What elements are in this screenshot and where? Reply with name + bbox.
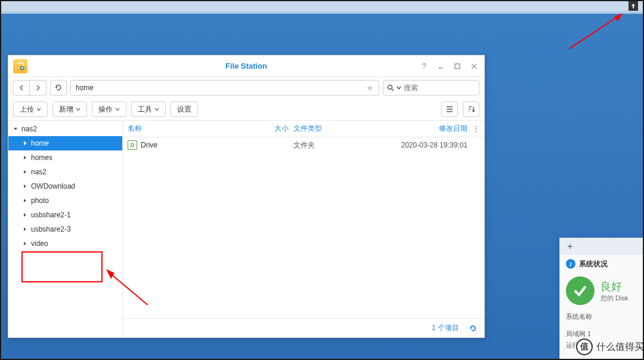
svg-line-9 xyxy=(392,89,394,91)
item-count: 1 个项目 xyxy=(432,323,459,333)
tree-item-label: photo xyxy=(31,196,49,205)
upload-label: 上传 xyxy=(20,104,34,115)
col-name-header[interactable]: 名称 xyxy=(123,124,258,134)
refresh-button[interactable] xyxy=(50,80,67,96)
chevron-down-icon xyxy=(76,107,80,112)
tree-toggle-icon[interactable] xyxy=(21,168,29,176)
file-type: 文件夹 xyxy=(293,140,377,150)
close-button[interactable] xyxy=(469,61,479,72)
tools-label: 工具 xyxy=(138,104,152,115)
nav-forward-button[interactable] xyxy=(30,80,47,96)
column-options-icon[interactable]: ⋮ xyxy=(472,125,479,133)
widget-header: i 系统状况 xyxy=(560,255,644,273)
tree-toggle-icon[interactable] xyxy=(21,140,29,147)
health-status-label: 良好 xyxy=(600,279,628,294)
col-type-header[interactable]: 文件类型 xyxy=(293,124,377,134)
path-box[interactable]: ★ xyxy=(70,80,379,96)
chevron-down-icon xyxy=(36,107,41,112)
search-icon xyxy=(387,84,394,91)
info-icon: i xyxy=(566,259,575,269)
action-button[interactable]: 操作 xyxy=(92,101,126,117)
watermark: 值 什么值得买 xyxy=(576,339,644,355)
col-size-header[interactable]: 大小 xyxy=(258,124,293,134)
tree-item-label: video xyxy=(31,239,48,248)
chevron-down-icon[interactable] xyxy=(397,84,401,91)
check-circle-icon xyxy=(566,276,595,305)
taskbar xyxy=(0,0,644,12)
col-date-header[interactable]: 修改日期 xyxy=(377,124,472,134)
tree-item-homes[interactable]: homes xyxy=(8,150,122,165)
tree-toggle-icon[interactable] xyxy=(21,183,29,190)
tree-item-photo[interactable]: photo xyxy=(8,193,122,208)
tree-item-label: usbshare2-1 xyxy=(31,211,71,219)
file-list: D Drive 文件夹 2020-03-28 19:39:01 xyxy=(123,137,484,318)
column-header-row: 名称 大小 文件类型 修改日期 ⋮ xyxy=(123,121,484,137)
tree-toggle-icon[interactable] xyxy=(21,197,29,204)
tree-toggle-icon[interactable] xyxy=(21,240,29,247)
tree-item-label: OWDownload xyxy=(31,182,75,190)
widget-tabs: + xyxy=(560,238,644,255)
tree-item-owdownload[interactable]: OWDownload xyxy=(8,179,122,193)
svg-point-2 xyxy=(20,66,24,70)
navbar: ★ xyxy=(8,77,484,99)
file-station-window: File Station ? ★ 上传 新增 操作 工具 设置 xyxy=(8,55,485,338)
widget-title: 系统状况 xyxy=(579,259,608,269)
tree-root[interactable]: nas2 xyxy=(8,122,122,136)
path-input[interactable] xyxy=(76,84,366,92)
health-sub-label: 您的 Disk xyxy=(600,294,628,303)
folder-tree: nas2 home homes nas2 OWDownload photo xyxy=(8,121,123,337)
tree-toggle-icon[interactable] xyxy=(12,125,19,133)
toolbar: 上传 新增 操作 工具 设置 xyxy=(8,99,484,120)
view-list-button[interactable] xyxy=(441,101,458,117)
upload-button[interactable]: 上传 xyxy=(13,101,48,117)
upload-indicator-icon[interactable] xyxy=(628,1,638,11)
folder-drive-icon: D xyxy=(128,140,137,150)
tree-item-label: nas2 xyxy=(31,168,47,176)
minimize-button[interactable] xyxy=(435,61,446,72)
watermark-text: 什么值得买 xyxy=(596,341,644,353)
create-label: 新增 xyxy=(59,104,73,115)
tree-root-label: nas2 xyxy=(21,125,37,133)
svg-marker-1 xyxy=(614,13,623,21)
tree-item-video[interactable]: video xyxy=(8,236,122,251)
file-list-panel: 名称 大小 文件类型 修改日期 ⋮ D Drive 文件夹 2020-03-28… xyxy=(123,121,484,337)
tree-item-label: usbshare2-3 xyxy=(31,225,71,233)
refresh-icon[interactable] xyxy=(469,324,477,333)
tree-item-home[interactable]: home xyxy=(8,136,122,150)
tree-item-usbshare2-3[interactable]: usbshare2-3 xyxy=(8,222,122,236)
favorite-icon[interactable]: ★ xyxy=(366,83,374,93)
file-date: 2020-03-28 19:39:01 xyxy=(377,141,472,149)
tools-button[interactable]: 工具 xyxy=(131,101,166,117)
widget-row-system-name: 系统名称 xyxy=(566,311,638,322)
statusbar: 1 个项目 xyxy=(123,318,484,337)
settings-label: 设置 xyxy=(177,104,191,115)
tree-toggle-icon[interactable] xyxy=(21,154,29,161)
tree-item-label: homes xyxy=(31,153,52,162)
maximize-button[interactable] xyxy=(452,61,463,72)
search-box[interactable] xyxy=(383,80,479,96)
svg-rect-4 xyxy=(455,64,460,69)
chevron-down-icon xyxy=(115,107,120,112)
chevron-down-icon xyxy=(154,107,159,112)
annotation-arrow-icon xyxy=(569,13,623,49)
svg-point-8 xyxy=(388,85,392,90)
tree-item-usbshare2-1[interactable]: usbshare2-1 xyxy=(8,208,122,222)
file-name-label: Drive xyxy=(141,141,157,149)
help-button[interactable]: ? xyxy=(419,61,429,72)
create-button[interactable]: 新增 xyxy=(52,101,87,117)
sort-button[interactable] xyxy=(463,101,479,117)
widget-health: 良好 您的 Disk xyxy=(560,273,644,309)
nav-back-button[interactable] xyxy=(13,80,30,96)
svg-line-0 xyxy=(569,17,618,49)
file-row[interactable]: D Drive 文件夹 2020-03-28 19:39:01 xyxy=(123,137,484,153)
tree-item-label: home xyxy=(31,139,49,147)
tree-toggle-icon[interactable] xyxy=(21,226,29,233)
tree-item-nas2[interactable]: nas2 xyxy=(8,165,122,179)
tree-toggle-icon[interactable] xyxy=(21,211,29,219)
window-title: File Station xyxy=(225,61,267,70)
watermark-icon: 值 xyxy=(576,339,593,355)
app-icon xyxy=(13,59,27,73)
settings-button[interactable]: 设置 xyxy=(171,101,198,117)
search-input[interactable] xyxy=(404,84,475,92)
widget-add-button[interactable]: + xyxy=(565,241,575,252)
